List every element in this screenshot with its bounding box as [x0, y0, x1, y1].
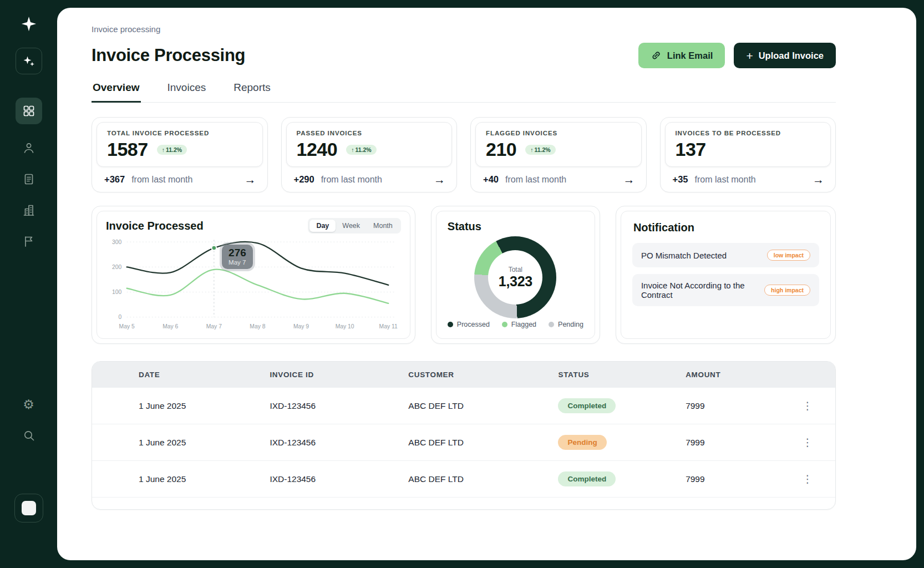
toggle-week[interactable]: Week — [336, 220, 367, 232]
stat-label: TOTAL INVOICE PROCESSED — [107, 130, 252, 136]
status-badge: Completed — [558, 398, 616, 413]
arrow-right-icon[interactable]: → — [623, 174, 635, 185]
stat-card-flagged: FLAGGED INVOICES 210 ↑11.2% +40 from las… — [470, 117, 647, 192]
cell-amount: 7999 — [686, 401, 794, 411]
sidebar: ⚙ — [0, 0, 57, 568]
stat-value: 210 — [486, 139, 516, 160]
cell-invoice-id: IXD-123456 — [270, 438, 408, 448]
table-row: 1 June 2025 IXD-123456 ABC DEF LTD Pendi… — [92, 424, 835, 460]
tab-overview[interactable]: Overview — [92, 77, 141, 103]
donut-total-label: Total — [509, 266, 522, 273]
cell-invoice-id: IXD-123456 — [270, 474, 408, 484]
legend-dot-icon — [502, 322, 507, 327]
stat-card-to-be-processed: INVOICES TO BE PROCESSED 137 +35 from la… — [660, 117, 836, 192]
tab-invoices[interactable]: Invoices — [166, 77, 207, 103]
column-header-amount: AMOUNT — [686, 371, 794, 379]
document-icon — [22, 173, 35, 186]
search-icon — [22, 429, 35, 442]
line-chart-svg: 0100200300May 5May 6May 7May 8May 9May 1… — [106, 235, 401, 332]
stat-label: PASSED INVOICES — [297, 130, 442, 136]
sidebar-item-organization[interactable] — [22, 203, 36, 217]
chart-range-toggle: Day Week Month — [308, 218, 400, 234]
arrow-right-icon[interactable]: → — [434, 174, 445, 185]
arrow-right-icon[interactable]: → — [813, 174, 824, 185]
stat-delta-suffix: from last month — [321, 175, 382, 185]
sidebar-item-invoices[interactable] — [22, 172, 36, 186]
stat-card-passed: PASSED INVOICES 1240 ↑11.2% +290 from la… — [281, 117, 458, 192]
sidebar-item-flagged[interactable] — [22, 234, 36, 248]
stat-value: 1587 — [107, 139, 148, 160]
sidebar-item-customers[interactable] — [22, 141, 36, 155]
upload-invoice-button[interactable]: + Upload Invoice — [734, 43, 836, 68]
svg-text:200: 200 — [112, 264, 122, 270]
sparkle-icon — [22, 54, 35, 68]
legend-dot-icon — [549, 322, 554, 327]
row-menu-kebab-icon[interactable]: ⋮ — [802, 399, 813, 412]
impact-badge: low impact — [767, 250, 810, 261]
legend-label: Processed — [457, 321, 490, 328]
cell-customer: ABC DEF LTD — [408, 401, 558, 411]
user-icon — [22, 141, 35, 155]
trend-badge: ↑11.2% — [157, 145, 187, 155]
cell-amount: 7999 — [686, 438, 794, 448]
status-badge: Completed — [558, 471, 616, 486]
middle-row: Invoice Processed Day Week Month 0100200… — [92, 206, 836, 343]
svg-text:May 10: May 10 — [336, 323, 354, 329]
column-header-status: STATUS — [558, 371, 686, 379]
donut-total-value: 1,323 — [499, 273, 532, 290]
stat-delta: +35 — [673, 174, 688, 185]
column-header-customer: CUSTOMER — [408, 371, 558, 379]
svg-text:May 11: May 11 — [379, 323, 398, 329]
flag-icon — [22, 235, 35, 248]
stat-delta-suffix: from last month — [695, 175, 756, 185]
cell-invoice-id: IXD-123456 — [270, 401, 408, 411]
cell-amount: 7999 — [686, 474, 794, 484]
legend-item-flagged: Flagged — [502, 321, 536, 328]
upload-invoice-label: Upload Invoice — [759, 50, 824, 61]
status-title: Status — [448, 220, 583, 233]
notification-item[interactable]: Invoice Not According to the Contract hi… — [632, 274, 819, 306]
legend-dot-icon — [448, 322, 453, 327]
stat-card-total-processed: TOTAL INVOICE PROCESSED 1587 ↑11.2% +367… — [92, 117, 268, 192]
cell-customer: ABC DEF LTD — [408, 438, 558, 448]
arrow-right-icon[interactable]: → — [245, 174, 256, 185]
notification-text: Invoice Not According to the Contract — [641, 281, 764, 300]
tab-reports[interactable]: Reports — [232, 77, 272, 103]
notification-item[interactable]: PO Mismatch Detected low impact — [632, 243, 819, 267]
chart-title: Invoice Processed — [106, 220, 204, 232]
table-header: DATE INVOICE ID CUSTOMER STATUS AMOUNT — [92, 362, 835, 387]
sidebar-item-settings[interactable]: ⚙ — [22, 397, 36, 412]
link-icon — [651, 50, 662, 61]
row-menu-kebab-icon[interactable]: ⋮ — [802, 473, 813, 485]
cell-date: 1 June 2025 — [139, 474, 270, 484]
table-row: 1 June 2025 IXD-123456 ABC DEF LTD Compl… — [92, 387, 835, 424]
theme-toggle-button[interactable] — [14, 494, 43, 523]
stat-delta-suffix: from last month — [131, 175, 192, 185]
assistant-sparkle-button[interactable] — [16, 48, 42, 74]
stat-value: 1240 — [297, 139, 338, 160]
stat-value: 137 — [676, 139, 706, 160]
legend-label: Pending — [558, 321, 583, 328]
sidebar-item-dashboard[interactable] — [16, 98, 42, 124]
stat-label: INVOICES TO BE PROCESSED — [676, 130, 821, 136]
plus-icon: + — [746, 50, 753, 62]
invoice-processed-chart-card: Invoice Processed Day Week Month 0100200… — [92, 206, 415, 344]
stats-row: TOTAL INVOICE PROCESSED 1587 ↑11.2% +367… — [92, 117, 836, 192]
row-menu-kebab-icon[interactable]: ⋮ — [802, 436, 813, 449]
svg-text:May 5: May 5 — [119, 323, 135, 329]
toggle-day[interactable]: Day — [309, 220, 336, 232]
status-badge: Pending — [558, 435, 606, 450]
page-title: Invoice Processing — [92, 45, 638, 65]
svg-text:300: 300 — [112, 239, 122, 245]
sidebar-item-search[interactable] — [22, 428, 36, 443]
link-email-button[interactable]: Link Email — [638, 43, 725, 68]
line-chart: 0100200300May 5May 6May 7May 8May 9May 1… — [106, 235, 401, 332]
toggle-month[interactable]: Month — [367, 220, 399, 232]
tab-bar: Overview Invoices Reports — [92, 77, 836, 103]
dashboard-grid-icon — [22, 104, 35, 118]
status-card: Status Total 1,323 ProcessedFlaggedPendi… — [431, 206, 600, 344]
stat-label: FLAGGED INVOICES — [486, 130, 631, 136]
building-icon — [22, 204, 35, 217]
legend-item-pending: Pending — [549, 321, 583, 328]
trend-up-icon: ↑ — [162, 146, 165, 153]
